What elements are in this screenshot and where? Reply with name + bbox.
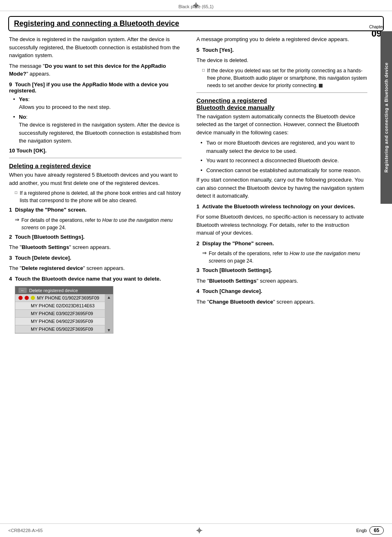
device-name-3: MY PHONE 03/9022F3695F09 xyxy=(18,311,93,316)
arrow-right-icon: ⇒ xyxy=(15,217,19,223)
scroll-up-arrow[interactable]: ▲ xyxy=(107,295,111,300)
delete-section-heading: Deleting a registered device xyxy=(9,162,182,169)
step4r-heading: 4 Touch [Change device]. xyxy=(196,287,367,295)
device-name-4: MY PHONE 04/9022F3695F09 xyxy=(18,319,93,324)
page-badge: 65 xyxy=(369,526,384,535)
step2r-heading: 2 Display the "Phone" screen. xyxy=(196,240,367,248)
step3r-heading: 3 Touch [Bluetooth Settings]. xyxy=(196,266,367,274)
page-header: Black plate (65,1) xyxy=(0,0,392,11)
bottom-right: Engb 65 xyxy=(356,526,384,535)
step3r-desc: The "Bluetooth Settings" screen appears. xyxy=(196,277,367,285)
connecting-section-heading: Connecting a registeredBluetooth device … xyxy=(196,97,367,111)
device-list-content: MY PHONE 01/9022F3695F09 MY PHONE 02/D02… xyxy=(15,294,105,333)
step5-heading: 5 Touch [Yes]. xyxy=(196,46,367,54)
device-list-header: ← Delete registered device xyxy=(15,286,113,294)
step10-heading: 10 Touch [OK]. xyxy=(9,147,182,155)
step1-note-text: For details of the operations, refer to … xyxy=(21,217,182,231)
engb-label: Engb xyxy=(356,528,367,533)
device-name-2: MY PHONE 02/D023D8114E63 xyxy=(18,303,95,308)
step2-heading: 2 Touch [Bluetooth Settings]. xyxy=(9,233,182,241)
appradio-message: The message "Do you want to set this dev… xyxy=(9,62,182,78)
device-row[interactable]: MY PHONE 04/9022F3695F09 xyxy=(15,318,105,325)
bottom-bar: <CRB4228-A>65 Engb 65 xyxy=(0,523,392,537)
step2r-note-box: ⇒ For details of the operations, refer t… xyxy=(202,250,367,265)
crosshair-icon xyxy=(192,2,200,9)
step1-note-box: ⇒ For details of the operations, refer t… xyxy=(15,217,182,231)
step4r-desc: The "Change Bluetooth device" screen app… xyxy=(196,298,367,306)
connecting-intro: The navigation system automatically conn… xyxy=(196,113,367,137)
device-name-5: MY PHONE 05/9022F3695F09 xyxy=(18,327,93,332)
content-area: The device is registered in the navigati… xyxy=(0,31,392,341)
step2-desc: The "Bluetooth Settings" screen appears. xyxy=(9,243,182,251)
device-list-screenshot: ← Delete registered device MY PHONE 01/9… xyxy=(15,286,113,334)
no-option: No:The device is registered in the navig… xyxy=(13,113,182,145)
step5-note-text: If the device you deleted was set for th… xyxy=(207,67,367,89)
note-icon-2: □ xyxy=(202,68,205,72)
step1r-desc: For some Bluetooth devices, no specific-… xyxy=(196,213,367,237)
side-tab-text: Registering and connecting a Bluetooth d… xyxy=(384,62,389,173)
device-row[interactable]: MY PHONE 01/9022F3695F09 xyxy=(15,294,105,302)
divider-2 xyxy=(196,92,367,93)
delete-note-box: □ If a registered phone is deleted, all … xyxy=(15,189,182,204)
device-name-1: MY PHONE 01/9022F3695F09 xyxy=(37,295,99,300)
connecting-bullets: Two or more Bluetooth devices are regist… xyxy=(196,139,367,174)
step3-heading: 3 Touch [Delete device]. xyxy=(9,254,182,262)
delete-continued-1: A message prompting you to delete a regi… xyxy=(196,35,367,44)
bottom-crosshair xyxy=(196,527,203,534)
scroll-column: ▲ ▼ xyxy=(105,294,113,333)
device-row[interactable]: MY PHONE 03/9022F3695F09 xyxy=(15,310,105,318)
title-bar: Registering and connecting a Bluetooth d… xyxy=(8,16,384,31)
step5-note-box: □ If the device you deleted was set for … xyxy=(202,67,367,89)
device-list-scroll: MY PHONE 01/9022F3695F09 MY PHONE 02/D02… xyxy=(15,294,113,333)
step1r-heading: 1 Activate the Bluetooth wireless techno… xyxy=(196,203,367,211)
icon-yellow-1 xyxy=(31,296,35,300)
bullet-1: Two or more Bluetooth devices are regist… xyxy=(201,139,367,155)
left-column: The device is registered in the navigati… xyxy=(0,31,189,341)
right-column: A message prompting you to delete a regi… xyxy=(189,31,392,341)
arrow-right-icon-2: ⇒ xyxy=(202,250,207,256)
device-row[interactable]: MY PHONE 02/D023D8114E63 xyxy=(15,302,105,310)
side-tab: Registering and connecting a Bluetooth d… xyxy=(380,31,392,204)
divider-1 xyxy=(9,158,182,158)
bullet-3: Connection cannot be established automat… xyxy=(201,166,367,175)
device-list-title: Delete registered device xyxy=(29,288,78,293)
step9-options: Yes:Allows you to proceed to the next st… xyxy=(9,95,182,145)
step3-desc: The "Delete registered device" screen ap… xyxy=(9,264,182,272)
connecting-desc: If you start connection manually, carry … xyxy=(196,176,367,200)
yes-option: Yes:Allows you to proceed to the next st… xyxy=(13,95,182,111)
step1-heading: 1 Display the "Phone" screen. xyxy=(9,206,182,214)
icon-red-2 xyxy=(25,296,29,300)
page-title: Registering and connecting a Bluetooth d… xyxy=(14,19,179,28)
icon-red-1 xyxy=(18,296,23,300)
step5-desc: The device is deleted. xyxy=(196,56,367,65)
delete-intro: When you have already registered 5 Bluet… xyxy=(9,171,182,187)
step9-heading: 9 Touch [Yes] if you use the AppRadio Mo… xyxy=(9,81,182,94)
back-button[interactable]: ← xyxy=(18,288,27,293)
note-icon: □ xyxy=(15,190,17,195)
scroll-down-arrow[interactable]: ▼ xyxy=(107,328,111,332)
intro-text: The device is registered in the navigati… xyxy=(9,35,182,60)
delete-note-text: If a registered phone is deleted, all th… xyxy=(20,189,182,204)
bottom-left-text: <CRB4228-A>65 xyxy=(8,528,43,533)
device-row[interactable]: MY PHONE 05/9022F3695F09 xyxy=(15,325,105,333)
end-marker xyxy=(319,84,323,88)
step2r-note-text: For details of the operations, refer to … xyxy=(209,250,367,265)
step4-heading: 4 Touch the Bluetooth device name that y… xyxy=(9,275,182,283)
bullet-2: You want to reconnect a disconnected Blu… xyxy=(201,157,367,165)
